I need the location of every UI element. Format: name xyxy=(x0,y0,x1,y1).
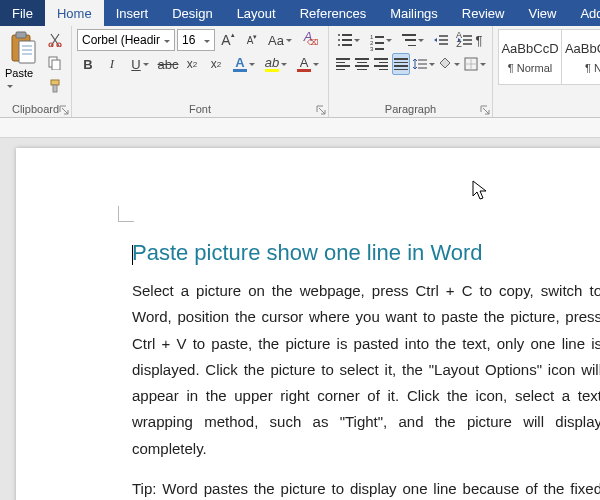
shrink-font-icon: A xyxy=(247,35,254,46)
group-clipboard-label: Clipboard xyxy=(5,103,66,117)
superscript-button[interactable]: x2 xyxy=(205,53,227,75)
cut-icon xyxy=(48,33,62,47)
svg-rect-11 xyxy=(53,85,57,92)
format-painter-button[interactable] xyxy=(44,75,66,97)
style-normal[interactable]: AaBbCcD ¶ Normal xyxy=(498,29,562,85)
cut-button[interactable] xyxy=(44,29,66,51)
line-spacing-icon xyxy=(413,58,427,70)
paragraph-dialog-launcher[interactable] xyxy=(480,105,490,115)
align-center-icon xyxy=(355,58,369,70)
font-size-value: 16 xyxy=(182,33,195,47)
tab-mailings[interactable]: Mailings xyxy=(378,0,450,26)
tab-addins[interactable]: Add- xyxy=(568,0,600,26)
align-justify-icon xyxy=(394,58,408,70)
strikethrough-button[interactable]: abc xyxy=(157,53,179,75)
style-name: ¶ N xyxy=(585,62,600,74)
shading-button[interactable] xyxy=(438,53,462,75)
tab-design[interactable]: Design xyxy=(160,0,224,26)
svg-rect-9 xyxy=(52,60,60,70)
group-font-label: Font xyxy=(77,103,323,117)
svg-rect-10 xyxy=(51,80,59,85)
font-name-select[interactable]: Corbel (Headir xyxy=(77,29,175,51)
group-paragraph: 123 xyxy=(329,26,493,117)
style-sample: AaBbCcD xyxy=(501,41,558,56)
tab-references[interactable]: References xyxy=(288,0,378,26)
style-sample: AaBbCcD xyxy=(565,41,600,56)
chevron-down-icon xyxy=(202,33,210,47)
multilevel-list-button[interactable] xyxy=(398,29,428,51)
italic-button[interactable]: I xyxy=(101,53,123,75)
paste-label: Paste xyxy=(5,67,40,91)
group-styles: AaBbCcD ¶ Normal AaBbCcD ¶ N xyxy=(493,26,600,117)
copy-icon xyxy=(48,56,62,70)
pilcrow-icon: ¶ xyxy=(476,33,483,48)
align-center-button[interactable] xyxy=(353,53,370,75)
line-spacing-button[interactable] xyxy=(412,53,436,75)
align-left-button[interactable] xyxy=(334,53,351,75)
change-case-button[interactable]: Aa xyxy=(265,29,295,51)
numbering-button[interactable]: 123 xyxy=(366,29,396,51)
group-paragraph-label: Paragraph xyxy=(334,103,487,117)
margin-corner-mark xyxy=(118,206,134,222)
ribbon-tabs: File Home Insert Design Layout Reference… xyxy=(0,0,600,26)
tab-review[interactable]: Review xyxy=(450,0,517,26)
style-name: ¶ Normal xyxy=(508,62,552,74)
svg-rect-2 xyxy=(19,41,35,63)
paste-icon xyxy=(9,31,37,65)
group-font: Corbel (Headir 16 A▴ A▾ Aa A⌫ B I U abc xyxy=(72,26,329,117)
grow-font-icon: A xyxy=(221,32,230,48)
tab-file[interactable]: File xyxy=(0,0,45,26)
decrease-indent-button[interactable] xyxy=(430,29,452,51)
borders-button[interactable] xyxy=(463,53,487,75)
document-heading: Paste picture show one line in Word xyxy=(132,240,600,266)
tab-view[interactable]: View xyxy=(516,0,568,26)
clear-formatting-icon: A⌫ xyxy=(303,30,314,51)
highlight-button[interactable]: ab xyxy=(261,53,291,75)
ruler xyxy=(0,118,600,138)
document-area: Paste picture show one line in Word Sele… xyxy=(0,138,600,500)
align-right-icon xyxy=(374,58,388,70)
numbering-icon: 123 xyxy=(370,34,384,46)
highlight-icon: ab xyxy=(265,56,279,72)
paste-button[interactable]: Paste xyxy=(5,29,40,103)
text-effects-button[interactable]: A xyxy=(229,53,259,75)
tab-home[interactable]: Home xyxy=(45,0,104,26)
borders-icon xyxy=(464,57,478,71)
bullets-button[interactable] xyxy=(334,29,364,51)
sort-button[interactable]: AZ xyxy=(450,29,468,51)
font-name-value: Corbel (Headir xyxy=(82,33,160,47)
subscript-button[interactable]: x2 xyxy=(181,53,203,75)
tab-insert[interactable]: Insert xyxy=(104,0,161,26)
align-right-button[interactable] xyxy=(373,53,390,75)
decrease-indent-icon xyxy=(434,34,448,46)
clear-formatting-button[interactable]: A⌫ xyxy=(297,29,319,51)
style-no-spacing[interactable]: AaBbCcD ¶ N xyxy=(562,29,600,85)
bold-button[interactable]: B xyxy=(77,53,99,75)
align-left-icon xyxy=(336,58,350,70)
multilevel-icon xyxy=(402,34,416,46)
show-marks-button[interactable]: ¶ xyxy=(470,29,488,51)
change-case-icon: Aa xyxy=(268,33,284,48)
sort-icon: AZ xyxy=(456,31,462,49)
document-paragraph: Select a picture on the webpage, press C… xyxy=(132,278,600,462)
font-dialog-launcher[interactable] xyxy=(316,105,326,115)
shading-icon xyxy=(438,57,452,71)
text-effects-icon: A xyxy=(233,56,247,72)
align-justify-button[interactable] xyxy=(392,53,410,75)
font-size-select[interactable]: 16 xyxy=(177,29,215,51)
tab-layout[interactable]: Layout xyxy=(225,0,288,26)
font-color-button[interactable]: A xyxy=(293,53,323,75)
group-clipboard: Paste Clipboard xyxy=(0,26,72,117)
format-painter-icon xyxy=(48,79,62,93)
shrink-font-button[interactable]: A▾ xyxy=(241,29,263,51)
ribbon: Paste Clipboard Corbel (Headir xyxy=(0,26,600,118)
copy-button[interactable] xyxy=(44,52,66,74)
underline-button[interactable]: U xyxy=(125,53,155,75)
font-color-icon: A xyxy=(297,56,311,72)
chevron-down-icon xyxy=(162,33,170,47)
bullets-icon xyxy=(338,34,352,46)
page[interactable]: Paste picture show one line in Word Sele… xyxy=(16,148,600,500)
grow-font-button[interactable]: A▴ xyxy=(217,29,239,51)
svg-rect-1 xyxy=(16,32,26,38)
clipboard-dialog-launcher[interactable] xyxy=(59,105,69,115)
